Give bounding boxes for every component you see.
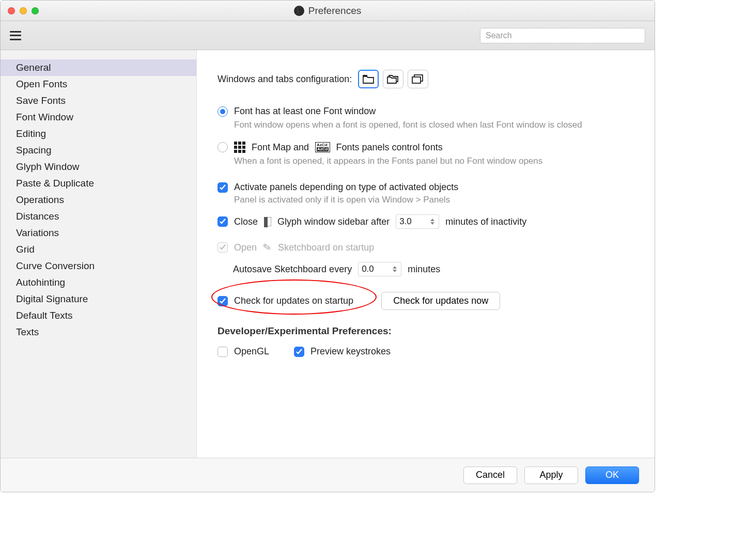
radio-font-window-desc: Font window opens when a font is opened,… [234, 120, 634, 130]
sidebar-item-spacing[interactable]: Spacing [1, 142, 196, 159]
sidebar-item-curve-conversion[interactable]: Curve Conversion [1, 258, 196, 274]
autosave-pre: Autosave Sketchboard every [233, 264, 352, 275]
checkbox-opengl[interactable] [217, 347, 228, 357]
zoom-window-button[interactable] [32, 7, 39, 14]
close-sidebar-minutes-value: 3.0 [399, 216, 412, 227]
sidebar-item-glyph-window[interactable]: Glyph Window [1, 159, 196, 175]
radio-fonts-panel-label-a: Font Map and [252, 142, 309, 153]
sidebar-item-distances[interactable]: Distances [1, 208, 196, 225]
checkbox-preview-keystrokes-label: Preview keystrokes [310, 346, 391, 357]
tab-mode-tabs-button[interactable] [408, 70, 428, 88]
folders-icon [387, 74, 399, 84]
autosave-minutes-field[interactable]: 0.0 [358, 262, 401, 276]
sidebar-item-variations[interactable]: Variations [1, 225, 196, 241]
tab-mode-single-window-button[interactable] [358, 70, 379, 88]
checkbox-close-sidebar[interactable] [217, 216, 228, 227]
checkbox-opengl-label: OpenGL [234, 346, 269, 357]
body: General Open Fonts Save Fonts Font Windo… [1, 50, 655, 458]
toolbar [1, 21, 655, 50]
stepper-icon[interactable] [430, 216, 437, 227]
menu-icon[interactable] [10, 31, 21, 40]
sidebar-item-default-texts[interactable]: Default Texts [1, 307, 196, 324]
app-icon: F [294, 6, 304, 16]
sidebar-item-grid[interactable]: Grid [1, 241, 196, 258]
checkbox-preview-keystrokes[interactable] [294, 347, 304, 357]
close-sidebar-minutes-field[interactable]: 3.0 [396, 214, 439, 229]
check-updates-now-button[interactable]: Check for updates now [381, 292, 500, 310]
stepper-icon[interactable] [393, 263, 399, 275]
pen-icon: ✎ [262, 241, 273, 255]
sidebar-icon [264, 217, 271, 226]
checkbox-activate-panels-desc: Panel is activated only if it is open vi… [234, 195, 634, 205]
folder-icon [363, 74, 374, 84]
radio-fonts-panel-label-b: Fonts panels control fonts [336, 142, 443, 153]
close-sidebar-post: minutes of inactivity [445, 216, 526, 227]
ok-button[interactable]: OK [585, 466, 639, 484]
sidebar-item-texts[interactable]: Texts [1, 324, 196, 340]
search-input[interactable] [480, 28, 645, 43]
autosave-post: minutes [408, 264, 440, 275]
traffic-lights [8, 7, 39, 14]
developer-preferences-header: Developer/Experimental Preferences: [217, 325, 634, 337]
cancel-button[interactable]: Cancel [463, 466, 517, 484]
sidebar-item-digital-signature[interactable]: Digital Signature [1, 291, 196, 307]
checkbox-activate-panels-label: Activate panels depending on type of act… [234, 182, 458, 193]
sidebar-item-paste-duplicate[interactable]: Paste & Duplicate [1, 175, 196, 192]
sidebar-item-open-fonts[interactable]: Open Fonts [1, 76, 196, 92]
minimize-window-button[interactable] [20, 7, 27, 14]
close-sidebar-mid: Glyph window sidebar after [277, 216, 390, 227]
grid-icon [234, 142, 245, 153]
checkbox-check-updates-label: Check for updates on startup [234, 295, 353, 306]
radio-fonts-panel[interactable] [217, 142, 228, 152]
window-title: Preferences [308, 5, 361, 17]
windows-icon [412, 74, 424, 84]
content-pane: Windows and tabs configuration: Font h [197, 50, 655, 458]
sidebar-item-autohinting[interactable]: Autohinting [1, 274, 196, 291]
sidebar-item-general[interactable]: General [1, 59, 196, 76]
sidebar: General Open Fonts Save Fonts Font Windo… [1, 50, 197, 458]
close-sidebar-pre: Close [234, 216, 258, 227]
open-sketchboard-post: Sketchboard on startup [278, 242, 374, 253]
windows-tabs-label: Windows and tabs configuration: [217, 74, 352, 85]
radio-fonts-panel-desc: When a font is opened, it appears in the… [234, 156, 634, 166]
sidebar-item-font-window[interactable]: Font Window [1, 109, 196, 126]
open-sketchboard-pre: Open [234, 242, 257, 253]
svg-rect-1 [412, 77, 421, 83]
apply-button[interactable]: Apply [524, 466, 578, 484]
sidebar-item-operations[interactable]: Operations [1, 192, 196, 208]
checkbox-open-sketchboard [217, 242, 228, 253]
titlebar: F Preferences [1, 1, 655, 21]
sidebar-item-save-fonts[interactable]: Save Fonts [1, 92, 196, 109]
azcd-icon: AzCdAzCd [315, 142, 330, 152]
radio-font-window-label: Font has at least one Font window [234, 106, 376, 117]
windows-tabs-buttons [358, 70, 428, 88]
checkbox-activate-panels[interactable] [217, 182, 228, 193]
autosave-minutes-value: 0.0 [362, 264, 374, 274]
sidebar-item-editing[interactable]: Editing [1, 126, 196, 142]
radio-font-window[interactable] [217, 106, 228, 117]
checkbox-check-updates[interactable] [217, 296, 228, 306]
tab-mode-multi-window-button[interactable] [383, 70, 403, 88]
close-window-button[interactable] [8, 7, 15, 14]
footer: Cancel Apply OK [1, 458, 655, 492]
preferences-window: F Preferences General Open Fonts Save Fo… [0, 0, 655, 492]
